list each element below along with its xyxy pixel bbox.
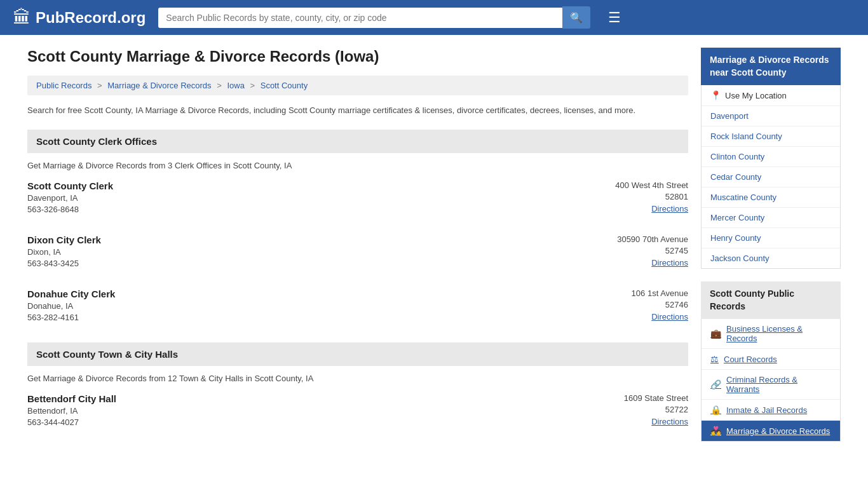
directions-button[interactable]: Directions xyxy=(651,204,688,214)
record-phone: 563-282-4161 xyxy=(27,313,115,322)
sidebar-item-label: Muscatine County xyxy=(710,193,776,202)
record-left: Dixon City Clerk Dixon, IA 563-843-3425 xyxy=(27,234,101,268)
record-left: Bettendorf City Hall Bettendorf, IA 563-… xyxy=(27,393,116,427)
breadcrumb: Public Records > Marriage & Divorce Reco… xyxy=(27,76,688,95)
record-right: 106 1st Avenue 52746 Directions xyxy=(632,288,688,322)
location-icon: 📍 xyxy=(710,90,721,100)
business-icon: 💼 xyxy=(710,329,721,339)
section-header-town: Scott County Town & City Halls xyxy=(27,342,688,366)
record-right: 30590 70th Avenue 52745 Directions xyxy=(617,234,688,268)
site-header: 🏛 PubRecord.org 🔍 ☰ xyxy=(0,0,868,35)
sidebar-item-jackson[interactable]: Jackson County xyxy=(702,248,840,268)
sidebar: Marriage & Divorce Records near Scott Co… xyxy=(701,48,841,447)
sidebar-item-davenport[interactable]: Davenport xyxy=(702,106,840,126)
search-icon: 🔍 xyxy=(570,12,583,23)
search-area: 🔍 xyxy=(158,6,590,29)
menu-icon: ☰ xyxy=(608,10,621,25)
directions-button[interactable]: Directions xyxy=(651,312,688,322)
main-content: Scott County Marriage & Divorce Records … xyxy=(27,48,688,447)
site-logo[interactable]: 🏛 PubRecord.org xyxy=(13,7,146,28)
sidebar-item-label: Use My Location xyxy=(725,91,787,100)
breadcrumb-sep-2: > xyxy=(217,81,222,90)
table-row: Donahue City Clerk Donahue, IA 563-282-4… xyxy=(27,288,688,327)
sidebar-item-label: Mercer County xyxy=(710,213,764,222)
sidebar-item-use-location[interactable]: 📍 Use My Location xyxy=(702,85,840,106)
breadcrumb-sep-3: > xyxy=(250,81,255,90)
search-button[interactable]: 🔍 xyxy=(562,6,590,29)
sidebar-record-label: Marriage & Divorce Records xyxy=(726,426,830,436)
sidebar-public-records-list: 💼 Business Licenses & Records ⚖ Court Re… xyxy=(701,319,841,442)
sidebar-record-criminal[interactable]: 🔗 Criminal Records & Warrants xyxy=(702,370,840,400)
record-right: 400 West 4th Street 52801 Directions xyxy=(615,180,688,214)
record-name: Scott County Clerk xyxy=(27,180,113,191)
record-right: 1609 State Street 52722 Directions xyxy=(624,393,688,427)
sidebar-nearby-header: Marriage & Divorce Records near Scott Co… xyxy=(701,48,841,85)
inmate-icon: 🔒 xyxy=(710,405,721,415)
record-city: Davenport, IA xyxy=(27,193,113,203)
search-input[interactable] xyxy=(158,8,562,28)
logo-text: PubRecord.org xyxy=(36,9,146,27)
table-row: Bettendorf City Hall Bettendorf, IA 563-… xyxy=(27,393,688,432)
record-phone: 563-843-3425 xyxy=(27,259,101,268)
intro-text: Search for free Scott County, IA Marriag… xyxy=(27,104,688,117)
record-name: Bettendorf City Hall xyxy=(27,393,116,404)
directions-button[interactable]: Directions xyxy=(651,258,688,268)
sidebar-item-label: Henry County xyxy=(710,233,761,243)
record-zip: 52746 xyxy=(632,300,688,309)
page-title: Scott County Marriage & Divorce Records … xyxy=(27,48,688,65)
breadcrumb-sep-1: > xyxy=(97,81,102,90)
sidebar-record-label: Court Records xyxy=(724,355,777,364)
breadcrumb-link-marriage[interactable]: Marriage & Divorce Records xyxy=(107,81,211,90)
record-city: Donahue, IA xyxy=(27,301,115,311)
record-phone: 563-326-8648 xyxy=(27,205,113,214)
sidebar-item-label: Davenport xyxy=(710,111,749,121)
table-row: Scott County Clerk Davenport, IA 563-326… xyxy=(27,180,688,219)
record-zip: 52722 xyxy=(624,405,688,414)
breadcrumb-link-scott-county[interactable]: Scott County xyxy=(261,81,308,90)
record-city: Bettendorf, IA xyxy=(27,406,116,416)
main-container: Scott County Marriage & Divorce Records … xyxy=(15,35,853,460)
sidebar-item-label: Cedar County xyxy=(710,172,761,182)
sidebar-record-label: Criminal Records & Warrants xyxy=(726,375,831,394)
sidebar-record-court[interactable]: ⚖ Court Records xyxy=(702,349,840,370)
menu-button[interactable]: ☰ xyxy=(603,7,626,29)
sidebar-record-business[interactable]: 💼 Business Licenses & Records xyxy=(702,319,840,349)
sidebar-item-label: Clinton County xyxy=(710,152,764,161)
criminal-icon: 🔗 xyxy=(710,379,721,390)
sidebar-record-marriage[interactable]: 💑 Marriage & Divorce Records xyxy=(702,421,840,441)
sidebar-item-label: Rock Island County xyxy=(710,132,782,141)
sidebar-record-inmate[interactable]: 🔒 Inmate & Jail Records xyxy=(702,400,840,421)
record-phone: 563-344-4027 xyxy=(27,417,116,427)
record-name: Donahue City Clerk xyxy=(27,288,115,299)
record-address: 1609 State Street xyxy=(624,393,688,403)
section-desc-clerk: Get Marriage & Divorce Records from 3 Cl… xyxy=(27,161,688,170)
sidebar-record-label: Business Licenses & Records xyxy=(726,324,831,343)
sidebar-record-label: Inmate & Jail Records xyxy=(726,405,807,415)
record-address: 30590 70th Avenue xyxy=(617,234,688,244)
sidebar-item-clinton[interactable]: Clinton County xyxy=(702,147,840,167)
record-zip: 52745 xyxy=(617,246,688,255)
record-left: Donahue City Clerk Donahue, IA 563-282-4… xyxy=(27,288,115,322)
sidebar-item-cedar[interactable]: Cedar County xyxy=(702,167,840,187)
table-row: Dixon City Clerk Dixon, IA 563-843-3425 … xyxy=(27,234,688,273)
sidebar-public-records-header: Scott County Public Records xyxy=(701,281,841,319)
record-city: Dixon, IA xyxy=(27,247,101,257)
record-left: Scott County Clerk Davenport, IA 563-326… xyxy=(27,180,113,214)
breadcrumb-link-public-records[interactable]: Public Records xyxy=(36,81,92,90)
sidebar-item-muscatine[interactable]: Muscatine County xyxy=(702,187,840,208)
breadcrumb-link-iowa[interactable]: Iowa xyxy=(227,81,244,90)
sidebar-item-mercer[interactable]: Mercer County xyxy=(702,208,840,228)
record-address: 106 1st Avenue xyxy=(632,288,688,298)
record-address: 400 West 4th Street xyxy=(615,180,688,190)
court-icon: ⚖ xyxy=(710,354,719,364)
sidebar-nearby-list: 📍 Use My Location Davenport Rock Island … xyxy=(701,85,841,269)
section-header-clerk: Scott County Clerk Offices xyxy=(27,130,688,153)
sidebar-item-henry[interactable]: Henry County xyxy=(702,228,840,248)
marriage-icon: 💑 xyxy=(710,426,721,436)
directions-button[interactable]: Directions xyxy=(651,417,688,426)
record-name: Dixon City Clerk xyxy=(27,234,101,245)
sidebar-item-rock-island[interactable]: Rock Island County xyxy=(702,126,840,147)
section-desc-town: Get Marriage & Divorce Records from 12 T… xyxy=(27,374,688,383)
record-zip: 52801 xyxy=(615,192,688,201)
sidebar-item-label: Jackson County xyxy=(710,254,770,263)
